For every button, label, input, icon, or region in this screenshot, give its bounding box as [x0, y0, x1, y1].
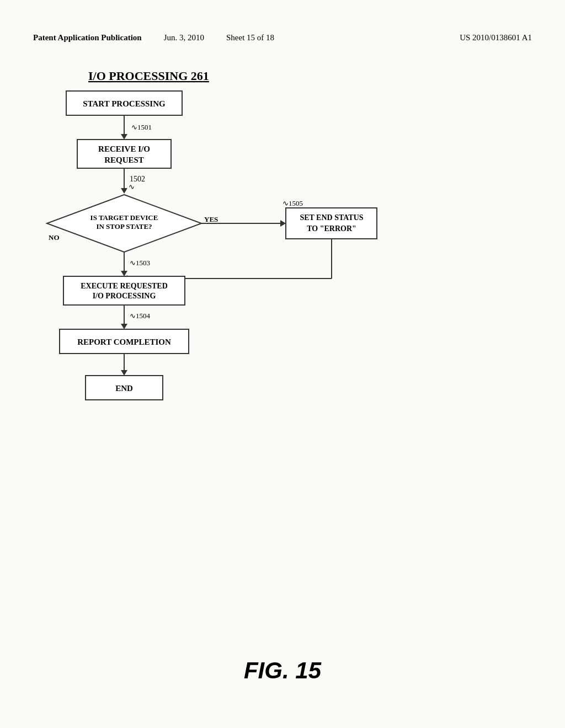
- execute-label-1: EXECUTE REQUESTED: [81, 282, 168, 290]
- step-1502-tilde: ∿: [129, 183, 135, 191]
- yes-label: YES: [204, 215, 218, 223]
- step-1505: ∿1505: [282, 199, 303, 207]
- decision-label-2: IN STOP STATE?: [96, 222, 152, 231]
- step-1501: ∿1501: [131, 123, 152, 131]
- arrow-head-1: [121, 134, 127, 140]
- step-1502: 1502: [130, 175, 145, 183]
- arrow-head-yes: [280, 220, 286, 227]
- arrow-head-3: [121, 324, 127, 329]
- start-label: START PROCESSING: [83, 99, 166, 108]
- receive-label-2: REQUEST: [104, 156, 144, 164]
- arrow-head-4: [121, 370, 127, 376]
- figure-label: FIG. 15: [244, 657, 321, 684]
- flowchart-title: I/O PROCESSING 261: [88, 69, 209, 83]
- step-1503: ∿1503: [130, 259, 150, 267]
- error-box: [286, 208, 377, 239]
- header-date: Jun. 3, 2010: [164, 33, 204, 42]
- end-label: END: [115, 384, 133, 393]
- receive-label-1: RECEIVE I/O: [98, 144, 150, 153]
- header-number: US 2010/0138601 A1: [460, 33, 532, 42]
- execute-box: [63, 276, 185, 305]
- header: Patent Application Publication Jun. 3, 2…: [33, 33, 532, 42]
- flowchart-diagram: I/O PROCESSING 261 START PROCESSING ∿150…: [33, 63, 447, 477]
- page: Patent Application Publication Jun. 3, 2…: [0, 0, 565, 728]
- report-label: REPORT COMPLETION: [77, 338, 171, 346]
- step-1504: ∿1504: [130, 312, 151, 320]
- execute-label-2: I/O PROCESSING: [93, 292, 156, 300]
- error-label-2: TO "ERROR": [307, 224, 356, 233]
- patent-label: Patent Application Publication: [33, 33, 142, 42]
- arrow-head-2: [121, 188, 127, 194]
- error-label-1: SET END STATUS: [300, 213, 363, 222]
- header-sheet: Sheet 15 of 18: [226, 33, 274, 42]
- no-label: NO: [49, 233, 60, 242]
- decision-label-1: IS TARGET DEVICE: [90, 213, 158, 222]
- arrow-head-no: [121, 271, 127, 276]
